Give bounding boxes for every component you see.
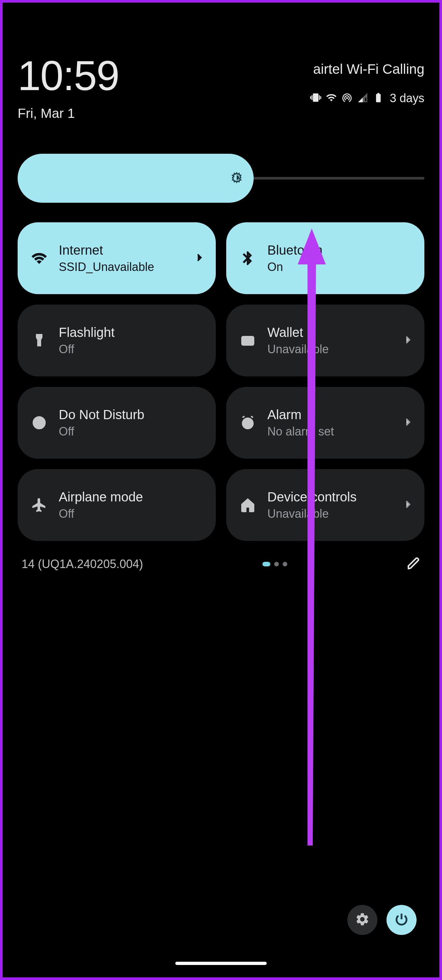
edit-tiles-button[interactable] bbox=[407, 557, 420, 572]
svg-line-8 bbox=[251, 416, 253, 418]
tile-title: Alarm bbox=[267, 407, 412, 422]
svg-rect-2 bbox=[242, 337, 254, 345]
tile-alarm[interactable]: Alarm No alarm set bbox=[226, 387, 425, 459]
panel-footer: 14 (UQ1A.240205.004) bbox=[17, 557, 425, 572]
tile-text: Internet SSID_Unavailable bbox=[59, 243, 204, 274]
wifi-icon bbox=[30, 250, 48, 266]
header-left: 10:59 Fri, Mar 1 bbox=[17, 55, 119, 121]
settings-button[interactable] bbox=[347, 905, 377, 935]
tile-title: Flashlight bbox=[59, 325, 204, 340]
build-number: 14 (UQ1A.240205.004) bbox=[22, 557, 143, 571]
hotspot-icon bbox=[342, 92, 353, 105]
battery-days-label: 3 days bbox=[390, 91, 425, 105]
tile-airplane[interactable]: Airplane mode Off bbox=[17, 469, 216, 541]
tile-title: Do Not Disturb bbox=[59, 407, 204, 422]
tile-subtitle: Unavailable bbox=[267, 342, 412, 356]
tile-subtitle: Off bbox=[59, 425, 204, 438]
flashlight-icon bbox=[30, 332, 48, 348]
carrier-label: airtel Wi-Fi Calling bbox=[313, 61, 425, 77]
bottom-buttons bbox=[347, 905, 417, 935]
chevron-right-icon[interactable] bbox=[402, 334, 413, 347]
date: Fri, Mar 1 bbox=[17, 106, 119, 121]
tile-internet[interactable]: Internet SSID_Unavailable bbox=[17, 222, 216, 294]
clock: 10:59 bbox=[17, 55, 119, 97]
header-right: airtel Wi-Fi Calling 3 days bbox=[310, 61, 425, 105]
tile-subtitle: Off bbox=[59, 507, 204, 521]
status-header: 10:59 Fri, Mar 1 airtel Wi-Fi Calling 3 … bbox=[17, 55, 425, 121]
bluetooth-icon bbox=[238, 250, 257, 266]
wallet-icon bbox=[238, 332, 257, 348]
page-indicator bbox=[262, 562, 287, 566]
tile-title: Airplane mode bbox=[59, 490, 204, 504]
wifi-icon bbox=[326, 92, 337, 105]
svg-rect-0 bbox=[37, 335, 42, 337]
nav-handle[interactable] bbox=[175, 962, 267, 965]
tile-title: Device controls bbox=[267, 490, 412, 504]
tile-title: Internet bbox=[59, 243, 204, 258]
gear-icon bbox=[355, 912, 370, 928]
tile-text: Flashlight Off bbox=[59, 325, 204, 356]
brightness-fill bbox=[17, 154, 254, 203]
svg-point-1 bbox=[38, 341, 40, 342]
page-dot bbox=[262, 562, 270, 566]
tile-subtitle: SSID_Unavailable bbox=[59, 260, 204, 274]
home-icon bbox=[238, 497, 257, 513]
chevron-right-icon[interactable] bbox=[194, 252, 205, 264]
power-button[interactable] bbox=[386, 905, 417, 935]
tile-text: Alarm No alarm set bbox=[267, 407, 412, 438]
tile-text: Device controls Unavailable bbox=[267, 490, 412, 521]
tile-text: Wallet Unavailable bbox=[267, 325, 412, 356]
signal-icon bbox=[357, 92, 368, 105]
tile-title: Bluetooth bbox=[267, 243, 412, 258]
phone-screen: 10:59 Fri, Mar 1 airtel Wi-Fi Calling 3 … bbox=[6, 6, 436, 974]
battery-icon bbox=[373, 92, 384, 105]
tile-subtitle: On bbox=[267, 260, 412, 274]
brightness-slider[interactable] bbox=[17, 154, 425, 203]
chevron-right-icon[interactable] bbox=[402, 417, 413, 429]
tile-text: Do Not Disturb Off bbox=[59, 407, 204, 438]
quick-settings-tiles: Internet SSID_Unavailable Bluetooth On F… bbox=[17, 222, 425, 541]
page-dot bbox=[283, 562, 287, 566]
tile-subtitle: No alarm set bbox=[267, 425, 412, 438]
tile-subtitle: Off bbox=[59, 342, 204, 356]
tile-text: Bluetooth On bbox=[267, 243, 412, 274]
dnd-icon bbox=[30, 415, 48, 431]
page-dot bbox=[274, 562, 279, 566]
tile-device-controls[interactable]: Device controls Unavailable bbox=[226, 469, 425, 541]
tile-title: Wallet bbox=[267, 325, 412, 340]
tile-bluetooth[interactable]: Bluetooth On bbox=[226, 222, 425, 294]
brightness-icon bbox=[229, 170, 244, 186]
tile-flashlight[interactable]: Flashlight Off bbox=[17, 305, 216, 376]
tile-wallet[interactable]: Wallet Unavailable bbox=[226, 305, 425, 376]
vibrate-icon bbox=[310, 92, 321, 105]
svg-line-7 bbox=[243, 416, 245, 418]
alarm-icon bbox=[238, 415, 257, 431]
tile-dnd[interactable]: Do Not Disturb Off bbox=[17, 387, 216, 459]
status-icons: 3 days bbox=[310, 91, 425, 105]
tile-text: Airplane mode Off bbox=[59, 490, 204, 521]
tile-subtitle: Unavailable bbox=[267, 507, 412, 521]
airplane-icon bbox=[30, 497, 48, 513]
power-icon bbox=[394, 912, 409, 928]
chevron-right-icon[interactable] bbox=[402, 499, 413, 511]
